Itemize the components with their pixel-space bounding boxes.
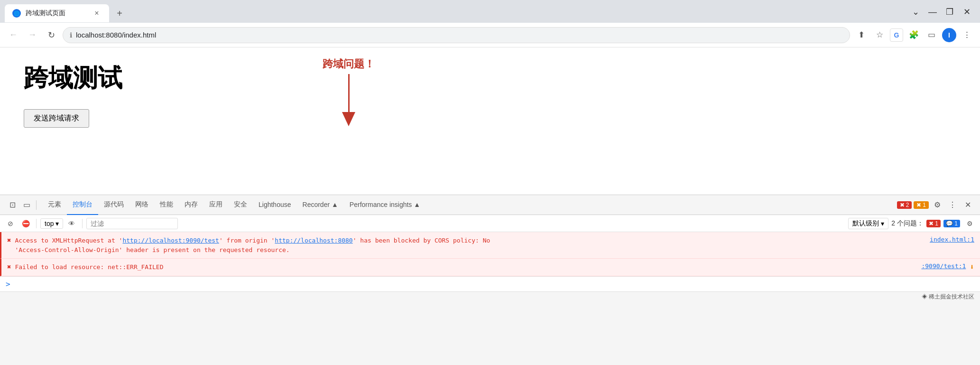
tab-bar: 🌐 跨域测试页面 × + [0,4,908,22]
tab-recorder[interactable]: Recorder ▲ [297,195,344,215]
status-text: ◈ 稀土掘金技术社区 [922,293,974,301]
tab-memory[interactable]: 内存 [179,195,203,215]
link-1[interactable]: http://localhost:9090/test [122,237,219,244]
status-bar: ◈ 稀土掘金技术社区 [0,291,980,302]
annotation-line [348,74,350,112]
tab-performance[interactable]: 性能 [154,195,179,215]
console-settings-icon[interactable]: ⚙ [963,217,976,230]
issues-error-badge: ✖ 1 [926,220,941,227]
error-icon: ✖ [900,202,905,208]
active-tab[interactable]: 🌐 跨域测试页面 × [5,4,109,22]
restore-button[interactable]: ❐ [942,4,957,19]
forward-button[interactable]: → [25,28,40,43]
minimize-button[interactable]: — [925,4,940,19]
nav-bar: ← → ↻ ℹ localhost:8080/index.html ⬆ ☆ G … [0,23,980,47]
element-picker-icon[interactable]: ⊡ [6,198,19,212]
settings-icon[interactable]: ⚙ [931,198,944,212]
tab-elements[interactable]: 元素 [42,195,67,215]
context-selector[interactable]: top ▾ [40,218,63,229]
device-toggle-icon[interactable]: ▭ [20,198,33,212]
devtools-tabs-right: ✖ 2 ✖ 1 ⚙ ⋮ ✕ [897,198,978,212]
new-tab-button[interactable]: + [111,5,128,22]
annotation-arrow [342,112,355,126]
console-prompt: > [6,280,10,289]
console-message-2: ✖ Failed to load resource: net::ERR_FAIL… [0,259,980,276]
url-text: localhost:8080/index.html [76,31,156,39]
download-icon[interactable]: ⬇ [970,262,974,271]
error-icon-2: ✖ [7,263,11,271]
page-content: 跨域测试 发送跨域请求 跨域问题！ [0,47,980,195]
chevron-down-icon[interactable]: ⌄ [908,4,923,19]
console-message-1: ✖ Access to XMLHttpRequest at 'http://lo… [0,232,980,259]
extensions-icon[interactable]: 🧩 [906,28,921,43]
page-title: 跨域测试 [24,62,956,95]
error-count: 2 [906,202,909,208]
tab-network[interactable]: 网络 [129,195,154,215]
refresh-button[interactable]: ↻ [44,28,59,43]
console-toolbar: ⊘ ⛔ top ▾ 👁 默认级别 ▾ 2 个问题： ✖ 1 💬 1 ⚙ [0,215,980,232]
tab-security[interactable]: 安全 [228,195,253,215]
warn-count: 1 [923,202,926,208]
toolbar-separator-2 [82,219,83,228]
issues-error-count: 1 [935,220,938,227]
google-translate-icon[interactable]: G [890,28,903,42]
message-source-1[interactable]: index.html:1 [920,236,974,243]
error-icon-1: ✖ [7,236,11,244]
close-button[interactable]: ✕ [959,4,974,19]
tab-sources[interactable]: 源代码 [98,195,129,215]
tab-lighthouse[interactable]: Lighthouse [253,195,297,215]
message-text-1: Access to XMLHttpRequest at 'http://loca… [15,236,916,254]
sidebar-icon[interactable]: ▭ [924,28,939,43]
annotation: 跨域问题！ [323,57,375,126]
console-input-area: > [0,276,980,291]
log-level-selector[interactable]: 默认级别 ▾ [848,218,888,229]
title-bar: 🌐 跨域测试页面 × + ⌄ — ❐ ✕ [0,0,980,23]
eye-icon[interactable]: 👁 [65,217,78,230]
message-text-2: Failed to load resource: net::ERR_FAILED [15,262,908,272]
link-2[interactable]: http://localhost:8080 [275,237,352,244]
separator [36,200,37,210]
issues-error-icon: ✖ [929,220,934,227]
menu-icon[interactable]: ⋮ [959,28,974,43]
level-chevron-icon: ▾ [881,220,884,227]
toolbar-right: 默认级别 ▾ 2 个问题： ✖ 1 💬 1 ⚙ [848,217,976,230]
warn-icon: ✖ [916,202,921,208]
devtools-tab-icons: ⊡ ▭ [2,198,42,212]
issues-warn-icon: 💬 [946,220,953,227]
warn-count-badge: ✖ 1 [914,201,929,209]
devtools-tabs: ⊡ ▭ 元素 控制台 源代码 网络 性能 内存 应用 安全 Lighthouse [0,195,980,215]
address-bar[interactable]: ℹ localhost:8080/index.html [63,27,850,43]
level-label: 默认级别 [852,219,879,228]
clear-console-button[interactable]: ⊘ [4,217,17,230]
tab-performance-insights[interactable]: Performance insights ▲ [344,195,426,215]
message-source-2[interactable]: :9090/test:1 [912,262,966,270]
tab-close-button[interactable]: × [92,9,102,18]
error-count-badge: ✖ 2 [897,201,912,209]
issues-warn-count: 1 [954,220,958,227]
issues-warn-badge: 💬 1 [943,220,960,227]
tab-favicon: 🌐 [12,9,21,18]
window-controls: ⌄ — ❐ ✕ [908,4,980,22]
browser-chrome: 🌐 跨域测试页面 × + ⌄ — ❐ ✕ ← → ↻ ℹ localhost:8… [0,0,980,47]
back-button[interactable]: ← [6,28,21,43]
more-options-icon[interactable]: ⋮ [946,198,959,212]
info-icon: ℹ [70,31,72,39]
top-label: top [45,220,54,227]
tab-console[interactable]: 控制台 [67,195,98,215]
annotation-text: 跨域问题！ [323,57,375,71]
pause-on-exception-icon[interactable]: ⛔ [19,217,32,230]
close-devtools-button[interactable]: ✕ [961,198,974,212]
send-request-button[interactable]: 发送跨域请求 [24,109,89,128]
tab-title: 跨域测试页面 [26,9,65,18]
console-messages: ✖ Access to XMLHttpRequest at 'http://lo… [0,232,980,276]
profile-button[interactable]: I [942,28,956,42]
issues-count-text: 2 个问题： [891,219,924,228]
devtools-panel: ⊡ ▭ 元素 控制台 源代码 网络 性能 内存 应用 安全 Lighthouse [0,195,980,365]
nav-actions: ⬆ ☆ G 🧩 ▭ I ⋮ [854,28,974,43]
dropdown-chevron-icon: ▾ [55,220,59,227]
bookmark-icon[interactable]: ☆ [872,28,887,43]
filter-input[interactable] [86,218,178,229]
toolbar-separator [36,219,37,228]
tab-application[interactable]: 应用 [203,195,228,215]
share-icon[interactable]: ⬆ [854,28,869,43]
